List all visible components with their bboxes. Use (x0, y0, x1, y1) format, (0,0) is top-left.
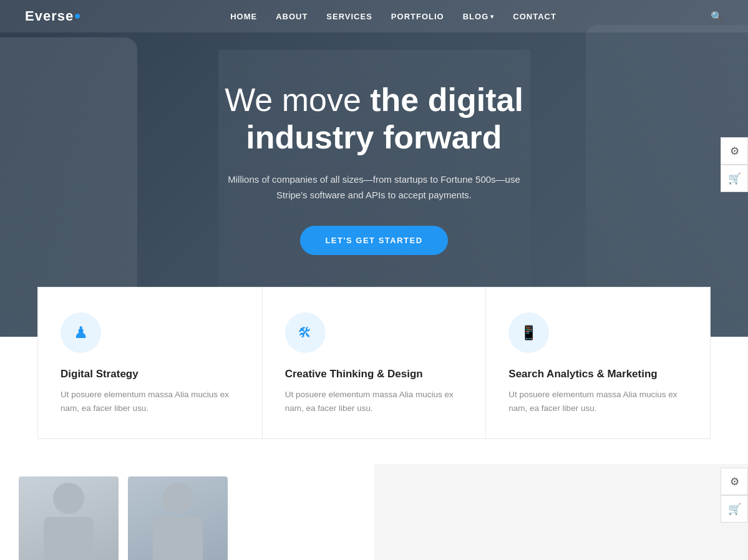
service-card-search-analytics: 📱 Search Analytics & Marketing Ut posuer… (486, 287, 711, 439)
settings-icon-button-2[interactable]: ⚙ (721, 468, 748, 495)
nav-item-blog[interactable]: BLOG ▾ (463, 12, 495, 21)
nav-item-home[interactable]: HOME (230, 11, 257, 22)
nav-item-about[interactable]: ABOUT (276, 11, 308, 22)
service-title-1: Digital Strategy (61, 368, 240, 380)
nav-item-contact[interactable]: CONTACT (513, 11, 556, 22)
cart-icon-button-2[interactable]: 🛒 (721, 495, 748, 523)
service-title-3: Search Analytics & Marketing (508, 368, 687, 380)
service-title-2: Creative Thinking & Design (285, 368, 464, 380)
services-section: ♟ Digital Strategy Ut posuere elementum … (37, 287, 711, 439)
service-icon-wrap-3: 📱 (508, 312, 549, 353)
lower-right-capabilities: CAPABILITIES (374, 464, 749, 560)
lower-left-images (0, 464, 374, 560)
nav-link-about[interactable]: ABOUT (276, 12, 308, 21)
service-card-creative-thinking: 🛠 Creative Thinking & Design Ut posuere … (262, 287, 487, 439)
navbar: Everse• HOME ABOUT SERVICES PORTFOLIO BL… (0, 0, 748, 32)
nav-item-services[interactable]: SERVICES (326, 11, 372, 22)
logo-dot: • (74, 6, 81, 26)
hero-content: We move the digital industry forward Mil… (172, 82, 577, 255)
hero-title-normal: We move (225, 82, 370, 118)
service-icon-wrap-2: 🛠 (285, 312, 326, 353)
service-desc-3: Ut posuere elementum massa Alia mucius e… (508, 388, 687, 416)
person-silhouette-2 (128, 476, 228, 560)
side-icons-bottom: ⚙ 🛒 (721, 468, 748, 523)
nav-link-services[interactable]: SERVICES (326, 12, 372, 21)
person-photo-2 (128, 476, 228, 560)
nav-link-home[interactable]: HOME (230, 12, 257, 21)
hero-subtitle: Millions of companies of all sizes—from … (225, 171, 524, 203)
search-icon[interactable]: 🔍 (711, 11, 723, 22)
settings-icon-button[interactable]: ⚙ (721, 137, 748, 165)
nav-item-portfolio[interactable]: PORTFOLIO (391, 11, 444, 22)
service-icon-wrap-1: ♟ (61, 312, 101, 353)
service-card-digital-strategy: ♟ Digital Strategy Ut posuere elementum … (37, 287, 262, 439)
hero-title: We move the digital industry forward (184, 82, 565, 157)
nav-link-portfolio[interactable]: PORTFOLIO (391, 12, 444, 21)
person-silhouette-1 (19, 476, 119, 560)
hero-section: We move the digital industry forward Mil… (0, 0, 748, 337)
logo-text: Everse (25, 8, 74, 24)
tools-icon: 🛠 (298, 325, 312, 341)
cart-icon-button[interactable]: 🛒 (721, 165, 748, 192)
hero-cta-button[interactable]: LET'S GET STARTED (300, 226, 447, 255)
lower-section: CAPABILITIES (0, 464, 748, 560)
nav-link-contact[interactable]: CONTACT (513, 12, 556, 21)
nav-link-blog[interactable]: BLOG ▾ (463, 12, 495, 21)
side-icons-top: ⚙ 🛒 (721, 137, 748, 192)
mobile-icon: 📱 (520, 325, 537, 341)
service-desc-1: Ut posuere elementum massa Alia mucius e… (61, 388, 240, 416)
logo[interactable]: Everse• (25, 6, 81, 26)
chess-icon: ♟ (74, 323, 88, 342)
service-desc-2: Ut posuere elementum massa Alia mucius e… (285, 388, 464, 416)
blog-chevron-icon: ▾ (490, 13, 494, 20)
nav-links: HOME ABOUT SERVICES PORTFOLIO BLOG ▾ CON… (230, 11, 556, 22)
person-photo-1 (19, 476, 119, 560)
